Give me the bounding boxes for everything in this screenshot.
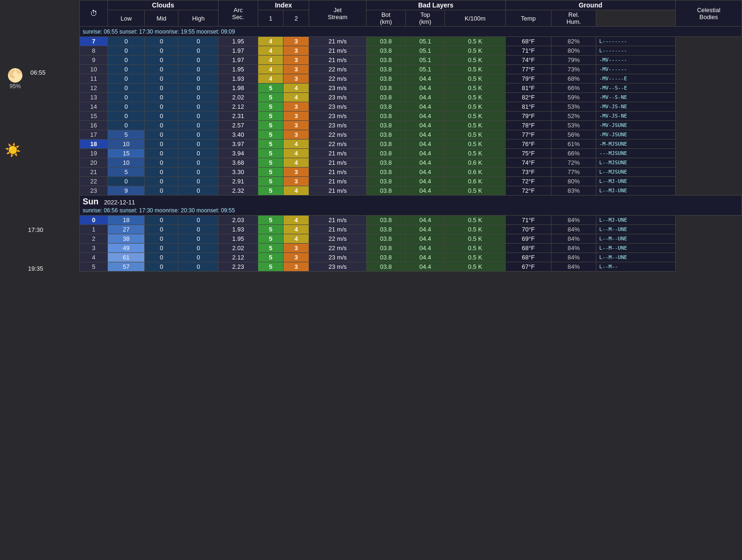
cell-arc: 2.23 — [219, 262, 258, 272]
cell-bot: 03.8 — [366, 186, 405, 196]
cell-temp: 76°F — [505, 140, 551, 149]
table-row: 18 10 0 0 3.97 5 4 22 m/s 03.8 04.4 0.5 … — [80, 140, 742, 149]
cell-k100: 0.5 K — [445, 225, 506, 234]
cell-clouds-low: 18 — [108, 216, 145, 225]
cell-idx1: 4 — [258, 56, 283, 65]
cell-idx2: 3 — [283, 56, 309, 65]
cell-hum: 82% — [551, 37, 596, 46]
cell-celestial: -MV-JSUNE — [596, 121, 676, 130]
cell-idx1: 5 — [258, 186, 283, 196]
cell-clouds-mid: 0 — [145, 225, 178, 234]
cell-jet: 22 m/s — [309, 244, 367, 253]
cell-clouds-high: 0 — [178, 112, 219, 121]
sun-section-info: Sun 2022-12-11 sunrise: 06:56 sunset: 17… — [80, 196, 742, 216]
cell-celestial: -MV-----E — [596, 74, 676, 84]
cell-idx1: 5 — [258, 244, 283, 253]
cell-jet: 22 m/s — [309, 130, 367, 140]
table-row: 4 61 0 0 2.12 5 3 23 m/s 03.8 04.4 0.5 K… — [80, 253, 742, 262]
cell-arc: 3.40 — [219, 130, 258, 140]
cell-jet: 22 m/s — [309, 65, 367, 74]
cell-idx1: 4 — [258, 65, 283, 74]
cell-k100: 0.5 K — [445, 140, 506, 149]
col-group-ground: Ground — [505, 0, 676, 10]
cell-jet: 22 m/s — [309, 234, 367, 244]
cell-hum: 77% — [551, 168, 596, 177]
cell-clouds-low: 38 — [108, 234, 145, 244]
table-row: 16 0 0 0 2.57 5 3 23 m/s 03.8 04.4 0.5 K… — [80, 121, 742, 130]
sat-section-header: sunrise: 06:55 sunset: 17:30 moonrise: 1… — [80, 27, 742, 37]
cell-clouds-low: 0 — [108, 37, 145, 46]
cell-idx1: 5 — [258, 262, 283, 272]
cell-celestial: -MV-JS-NE — [596, 102, 676, 112]
cell-idx1: 5 — [258, 216, 283, 225]
cell-celestial: -MV-JS-NE — [596, 112, 676, 121]
cell-arc: 2.31 — [219, 112, 258, 121]
table-row: 14 0 0 0 2.12 5 3 23 m/s 03.8 04.4 0.5 K… — [80, 102, 742, 112]
cell-clouds-low: 0 — [108, 93, 145, 102]
cell-idx1: 5 — [258, 253, 283, 262]
table-row: 5 57 0 0 2.23 5 3 23 m/s 03.8 04.4 0.5 K… — [80, 262, 742, 272]
cell-top: 04.4 — [406, 234, 445, 244]
cell-idx1: 5 — [258, 168, 283, 177]
cell-k100: 0.5 K — [445, 244, 506, 253]
cell-hour: 4 — [80, 253, 108, 262]
sunrise-time-sat: 06:55 — [30, 69, 46, 76]
cell-top: 04.4 — [406, 216, 445, 225]
cell-top: 04.4 — [406, 149, 445, 158]
cell-bot: 03.8 — [366, 56, 405, 65]
cell-clouds-mid: 0 — [145, 253, 178, 262]
cell-clouds-high: 0 — [178, 121, 219, 130]
cell-clouds-high: 0 — [178, 74, 219, 84]
cell-clouds-mid: 0 — [145, 121, 178, 130]
table-row: 3 49 0 0 2.02 5 3 22 m/s 03.8 04.4 0.5 K… — [80, 244, 742, 253]
cell-hour: 21 — [80, 168, 108, 177]
cell-clouds-low: 0 — [108, 102, 145, 112]
cell-celestial: -MV--S-NE — [596, 93, 676, 102]
col-mid: Mid — [145, 10, 178, 27]
cell-idx2: 3 — [283, 130, 309, 140]
table-row: 2 38 0 0 1.95 5 4 22 m/s 03.8 04.4 0.5 K… — [80, 234, 742, 244]
col-temp: Temp — [505, 10, 551, 27]
cell-hum: 84% — [551, 253, 596, 262]
cell-temp: 67°F — [505, 262, 551, 272]
cell-top: 04.4 — [406, 262, 445, 272]
cell-k100: 0.5 K — [445, 253, 506, 262]
cell-hour: 22 — [80, 177, 108, 186]
cell-idx1: 5 — [258, 177, 283, 186]
cell-k100: 0.5 K — [445, 112, 506, 121]
cell-clouds-high: 0 — [178, 93, 219, 102]
col-idx1: 1 — [258, 10, 283, 27]
cell-clouds-low: 9 — [108, 186, 145, 196]
cell-k100: 0.6 K — [445, 168, 506, 177]
cell-arc: 3.94 — [219, 149, 258, 158]
cell-clouds-high: 0 — [178, 46, 219, 56]
cell-idx1: 5 — [258, 130, 283, 140]
cell-idx1: 4 — [258, 37, 283, 46]
table-row: 13 0 0 0 2.02 5 4 23 m/s 03.8 04.4 0.5 K… — [80, 93, 742, 102]
cell-celestial: ---MJSUNE — [596, 149, 676, 158]
cell-hum: 56% — [551, 130, 596, 140]
cell-celestial: L--M--UNE — [596, 225, 676, 234]
cell-clouds-low: 0 — [108, 46, 145, 56]
cell-clouds-low: 0 — [108, 121, 145, 130]
cell-idx1: 4 — [258, 46, 283, 56]
cell-jet: 23 m/s — [309, 112, 367, 121]
col-k100: K/100m — [445, 10, 506, 27]
cell-top: 04.4 — [406, 244, 445, 253]
cell-clouds-low: 15 — [108, 149, 145, 158]
cell-temp: 81°F — [505, 102, 551, 112]
cell-clouds-high: 0 — [178, 186, 219, 196]
col-idx2: 2 — [283, 10, 309, 27]
cell-clouds-mid: 0 — [145, 102, 178, 112]
cell-k100: 0.5 K — [445, 130, 506, 140]
cell-arc: 3.30 — [219, 168, 258, 177]
cell-arc: 1.93 — [219, 74, 258, 84]
cell-hour: 8 — [80, 46, 108, 56]
cell-bot: 03.8 — [366, 234, 405, 244]
cell-hum: 84% — [551, 262, 596, 272]
cell-idx2: 4 — [283, 225, 309, 234]
cell-idx1: 5 — [258, 149, 283, 158]
cell-jet: 22 m/s — [309, 140, 367, 149]
table-row: 23 9 0 0 2.32 5 4 21 m/s 03.8 04.4 0.5 K… — [80, 186, 742, 196]
cell-hour: 3 — [80, 244, 108, 253]
